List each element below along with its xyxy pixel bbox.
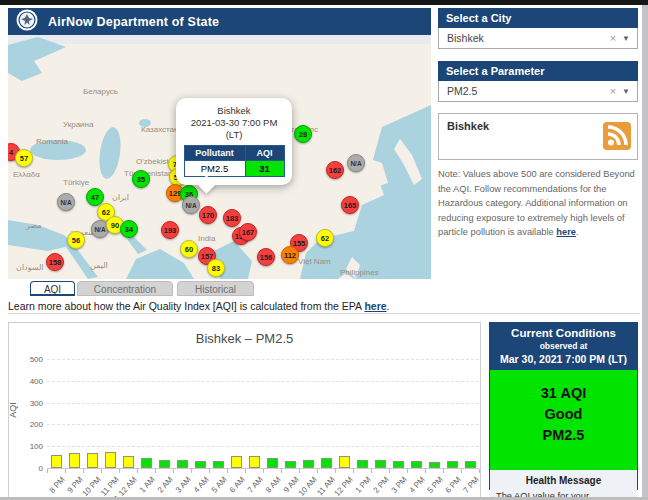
aqi-bar bbox=[285, 461, 296, 468]
learn-more-suffix: . bbox=[387, 300, 390, 312]
aqi-marker[interactable]: 162 bbox=[326, 161, 344, 179]
cc-aqi-category: Good bbox=[490, 404, 637, 425]
x-tick-label: 12 PM bbox=[333, 475, 355, 498]
aqi-bar bbox=[231, 456, 242, 468]
x-tick-label: 2 AM bbox=[156, 475, 175, 495]
popup-timezone: (LT) bbox=[181, 129, 287, 141]
aqi-bar bbox=[321, 458, 332, 468]
aqi-marker[interactable]: 62 bbox=[316, 229, 334, 247]
city-clear-icon[interactable]: × bbox=[604, 32, 622, 44]
x-tick bbox=[353, 469, 354, 473]
learn-more-text: Learn more about how the Air Quality Ind… bbox=[8, 300, 364, 312]
airnow-page: AirNow Department of State БеларусьУкраи… bbox=[0, 0, 648, 500]
window-top-edge bbox=[0, 0, 648, 5]
city-caret-icon[interactable]: ▼ bbox=[622, 34, 637, 43]
gridline bbox=[47, 446, 479, 447]
y-tick-label: 100 bbox=[17, 442, 43, 451]
map-label: Philippines bbox=[340, 268, 379, 277]
map-label: Казахстан bbox=[141, 125, 179, 134]
map-label: اليمن bbox=[90, 261, 108, 270]
tab-historical[interactable]: Historical bbox=[177, 281, 254, 296]
city-select[interactable]: Bishkek × ▼ bbox=[438, 28, 638, 49]
popup-pollutant-value: PM2.5 bbox=[184, 161, 245, 177]
aqi-bar bbox=[213, 461, 224, 468]
map-label: Romania bbox=[36, 137, 68, 146]
rss-feed-box: Bishkek bbox=[438, 113, 638, 160]
gridline bbox=[47, 424, 479, 425]
x-tick-label: 2 PM bbox=[372, 475, 391, 495]
aqi-marker[interactable]: 167 bbox=[239, 223, 257, 241]
aqi-marker[interactable]: N/A bbox=[182, 196, 200, 214]
aqi-marker[interactable]: 34 bbox=[120, 220, 138, 238]
cc-title: Current Conditions bbox=[492, 327, 635, 339]
x-tick bbox=[65, 469, 66, 473]
gridline bbox=[47, 359, 479, 360]
map-label: مصر bbox=[26, 221, 42, 230]
x-tick bbox=[389, 469, 390, 473]
aqi-marker[interactable]: 83 bbox=[207, 259, 225, 277]
y-tick-label: 300 bbox=[17, 399, 43, 408]
popup-city: Bishkek bbox=[181, 105, 287, 117]
aqi-bar bbox=[357, 460, 368, 468]
aqi-note-text: Note: Values above 500 are considered Be… bbox=[438, 169, 635, 237]
x-tick-label: 7 PM bbox=[462, 475, 481, 495]
aqi-marker[interactable]: 28 bbox=[294, 125, 312, 143]
divider bbox=[8, 313, 640, 314]
current-conditions-panel: Current Conditions observed at Mar 30, 2… bbox=[489, 322, 638, 490]
rss-icon[interactable] bbox=[603, 122, 631, 154]
aqi-bar bbox=[411, 461, 422, 468]
aqi-bar bbox=[429, 462, 440, 468]
parameter-clear-icon[interactable]: × bbox=[604, 85, 622, 97]
aqi-bar bbox=[87, 453, 98, 468]
parameter-caret-icon[interactable]: ▼ bbox=[622, 87, 637, 96]
aqi-marker[interactable]: 165 bbox=[341, 196, 359, 214]
tab-concentration[interactable]: Concentration bbox=[77, 281, 173, 296]
x-tick bbox=[299, 469, 300, 473]
aqi-bar-chart: Bishkek – PM2.5 AQI 01002003004005008 PM… bbox=[8, 322, 481, 500]
aqi-marker[interactable]: 56 bbox=[67, 231, 85, 249]
gridline bbox=[47, 403, 479, 404]
cc-pollutant: PM2.5 bbox=[490, 425, 637, 446]
x-tick bbox=[47, 469, 48, 473]
aqi-marker[interactable]: 57 bbox=[15, 149, 33, 167]
aqi-marker[interactable]: 170 bbox=[199, 206, 217, 224]
aqi-marker[interactable]: 193 bbox=[161, 221, 179, 239]
learn-more-line: Learn more about how the Air Quality Ind… bbox=[8, 300, 390, 312]
aqi-marker[interactable]: N/A bbox=[57, 193, 75, 211]
tab-aqi[interactable]: AQI bbox=[30, 281, 75, 296]
x-tick bbox=[407, 469, 408, 473]
department-of-state-seal-icon bbox=[16, 9, 38, 35]
x-tick bbox=[425, 469, 426, 473]
aqi-marker[interactable]: 35 bbox=[132, 170, 150, 188]
cc-observed-value: Mar 30, 2021 7:00 PM (LT) bbox=[492, 353, 635, 365]
gridline bbox=[47, 381, 479, 382]
note-here-link[interactable]: here bbox=[556, 227, 576, 237]
aqi-map[interactable]: БеларусьУкраинаRomaniaΕλλάδαTürkiyeКазах… bbox=[8, 35, 431, 279]
current-conditions-header: Current Conditions observed at Mar 30, 2… bbox=[490, 323, 637, 370]
y-tick-label: 0 bbox=[17, 464, 43, 473]
cc-health-title: Health Message bbox=[496, 475, 631, 486]
x-tick-label: 1 PM bbox=[354, 475, 373, 495]
aqi-marker[interactable]: 183 bbox=[223, 209, 241, 227]
aqi-marker[interactable]: 156 bbox=[257, 248, 275, 266]
x-tick-label: 4 PM bbox=[408, 475, 427, 495]
epa-here-link[interactable]: here bbox=[364, 300, 386, 312]
y-tick-label: 200 bbox=[17, 420, 43, 429]
parameter-select[interactable]: PM2.5 × ▼ bbox=[438, 81, 638, 102]
aqi-marker[interactable]: 158 bbox=[46, 253, 64, 271]
x-tick-label: 6 PM bbox=[444, 475, 463, 495]
aqi-bar bbox=[105, 452, 116, 468]
popup-datetime: 2021-03-30 7:00 PM bbox=[181, 117, 287, 129]
aqi-bar bbox=[123, 456, 134, 468]
x-tick bbox=[263, 469, 264, 473]
map-label: Ελλάδα bbox=[13, 170, 40, 179]
aqi-marker[interactable]: 60 bbox=[180, 240, 198, 258]
x-tick bbox=[119, 469, 120, 473]
aqi-bar bbox=[447, 461, 458, 468]
aqi-bar bbox=[303, 460, 314, 468]
aqi-marker[interactable]: N/A bbox=[347, 154, 365, 172]
x-tick-label: 8 AM bbox=[264, 475, 283, 495]
aqi-note-suffix: . bbox=[576, 227, 579, 237]
x-tick bbox=[461, 469, 462, 473]
aqi-marker[interactable]: 112 bbox=[281, 246, 299, 264]
